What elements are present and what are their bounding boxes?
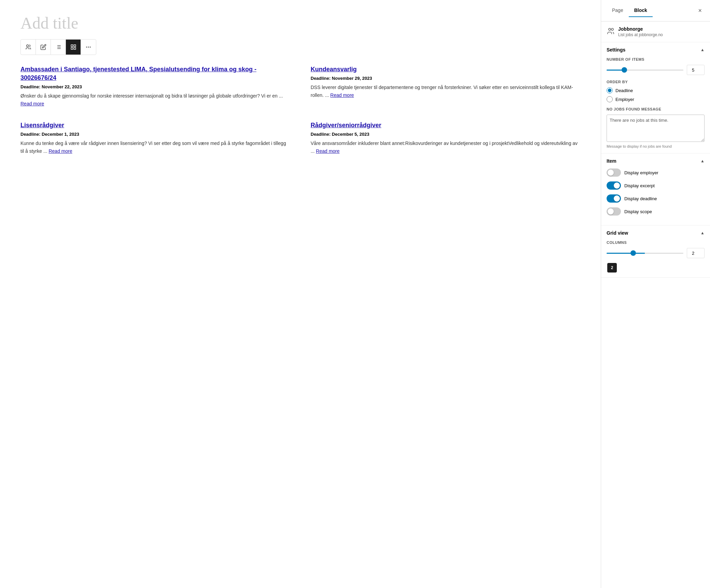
order-by-employer-radio[interactable] [607, 96, 613, 102]
svg-point-13 [90, 47, 91, 47]
add-title-placeholder[interactable]: Add title [20, 14, 580, 32]
edit-toolbar-btn[interactable] [36, 40, 51, 55]
job-title-2[interactable]: Kundeansvarlig [311, 65, 580, 74]
columns-label: COLUMNS [607, 240, 705, 245]
number-of-items-label: NUMBER OF ITEMS [607, 57, 705, 61]
order-by-deadline-label: Deadline [615, 88, 633, 93]
item-title: Item [607, 158, 616, 164]
jobs-grid: Ambassaden i Santiago, tjenestested LIMA… [20, 65, 580, 155]
no-jobs-label: NO JOBS FOUND MESSAGE [607, 107, 705, 111]
tabs: Page Block [607, 4, 653, 17]
job-excerpt-3: Kunne du tenke deg å være vår rådgiver i… [20, 139, 290, 155]
tab-block[interactable]: Block [629, 4, 653, 17]
job-title-3[interactable]: Lisensrådgiver [20, 121, 290, 130]
job-excerpt-1: Ønsker du å skape gjennomslag for norske… [20, 92, 290, 107]
job-card-2: Kundeansvarlig Deadline: November 29, 20… [311, 65, 580, 107]
read-more-4[interactable]: Read more [316, 148, 340, 154]
svg-rect-8 [74, 45, 75, 46]
read-more-2[interactable]: Read more [330, 92, 354, 98]
tab-page[interactable]: Page [607, 4, 629, 17]
display-scope-row: Display scope [607, 207, 705, 216]
svg-point-0 [26, 45, 28, 47]
svg-rect-10 [71, 48, 73, 49]
svg-point-15 [611, 28, 613, 30]
job-excerpt-2: DSS leverer digitale tjenester til depar… [311, 84, 580, 99]
item-section: Item ▲ Display employer Display excerpt [601, 153, 710, 225]
more-toolbar-btn[interactable] [81, 40, 96, 55]
plugin-icon [607, 27, 615, 37]
settings-chevron-icon[interactable]: ▲ [700, 47, 705, 52]
users-toolbar-btn[interactable] [21, 40, 36, 55]
no-jobs-hint: Message to display if no jobs are found [607, 144, 705, 148]
display-scope-toggle[interactable] [607, 207, 621, 216]
grid-view-section: Grid view ▲ COLUMNS 2 2 [601, 225, 710, 278]
job-title-4[interactable]: Rådgiver/seniorrådgiver [311, 121, 580, 130]
close-button[interactable]: × [695, 6, 705, 16]
display-excerpt-row: Display excerpt [607, 181, 705, 190]
grid-view-title: Grid view [607, 230, 628, 236]
settings-section-header: Settings ▲ [607, 47, 705, 53]
display-excerpt-toggle[interactable] [607, 181, 621, 190]
job-deadline-2: Deadline: November 29, 2023 [311, 76, 580, 81]
plugin-info: Jobbnorge List jobs at jobbnorge.no [601, 21, 710, 42]
list-toolbar-btn[interactable] [51, 40, 66, 55]
read-more-3[interactable]: Read more [48, 148, 72, 154]
display-employer-row: Display employer [607, 168, 705, 177]
svg-point-14 [609, 28, 611, 30]
display-employer-toggle[interactable] [607, 168, 621, 177]
order-by-deadline-row[interactable]: Deadline [607, 87, 705, 93]
grid-view-header: Grid view ▲ [607, 230, 705, 236]
columns-badge: 2 [607, 263, 617, 273]
editor-toolbar [20, 39, 96, 55]
display-deadline-toggle[interactable] [607, 194, 621, 203]
columns-input[interactable]: 2 [687, 248, 705, 258]
order-by-employer-label: Employer [615, 97, 634, 102]
job-title-1[interactable]: Ambassaden i Santiago, tjenestested LIMA… [20, 65, 290, 82]
grid-toolbar-btn[interactable] [66, 40, 81, 55]
columns-slider-row: 2 [607, 248, 705, 258]
sidebar: Page Block × Jobbnorge List jobs at jobb… [601, 0, 710, 588]
display-excerpt-label: Display excerpt [624, 183, 655, 188]
job-excerpt-4: Våre ansvarsområder inkluderer blant ann… [311, 139, 580, 155]
order-by-group: Deadline Employer [607, 87, 705, 102]
order-by-employer-row[interactable]: Employer [607, 96, 705, 102]
item-section-header: Item ▲ [607, 158, 705, 164]
svg-rect-9 [74, 48, 75, 49]
read-more-1[interactable]: Read more [20, 101, 44, 106]
plugin-text: Jobbnorge List jobs at jobbnorge.no [618, 26, 663, 37]
settings-title: Settings [607, 47, 625, 53]
number-of-items-input[interactable]: 5 [687, 65, 705, 75]
job-card-3: Lisensrådgiver Deadline: December 1, 202… [20, 121, 290, 155]
item-chevron-icon[interactable]: ▲ [700, 159, 705, 163]
svg-rect-7 [71, 45, 73, 46]
order-by-deadline-radio[interactable] [607, 87, 613, 93]
grid-view-chevron-icon[interactable]: ▲ [700, 231, 705, 235]
job-deadline-3: Deadline: December 1, 2023 [20, 132, 290, 137]
order-by-label: ORDER BY [607, 80, 705, 84]
job-card-4: Rådgiver/seniorrådgiver Deadline: Decemb… [311, 121, 580, 155]
plugin-name: Jobbnorge [618, 26, 663, 32]
svg-point-12 [88, 47, 89, 47]
number-of-items-slider[interactable] [607, 70, 683, 71]
sidebar-header: Page Block × [601, 0, 710, 21]
plugin-description: List jobs at jobbnorge.no [618, 32, 663, 37]
job-card-1: Ambassaden i Santiago, tjenestested LIMA… [20, 65, 290, 107]
svg-point-11 [86, 47, 87, 47]
job-deadline-1: Deadline: November 22, 2023 [20, 84, 290, 89]
no-jobs-textarea[interactable]: There are no jobs at this time. [607, 115, 705, 142]
display-deadline-row: Display deadline [607, 194, 705, 203]
columns-slider[interactable] [607, 253, 683, 254]
number-of-items-row: 5 [607, 65, 705, 75]
display-deadline-label: Display deadline [624, 196, 657, 201]
settings-section: Settings ▲ NUMBER OF ITEMS 5 ORDER BY De… [601, 42, 710, 153]
editor-area: Add title Ambassaden i Santiago, tjenest… [0, 0, 601, 588]
display-scope-label: Display scope [624, 209, 652, 214]
display-employer-label: Display employer [624, 170, 658, 175]
job-deadline-4: Deadline: December 5, 2023 [311, 132, 580, 137]
